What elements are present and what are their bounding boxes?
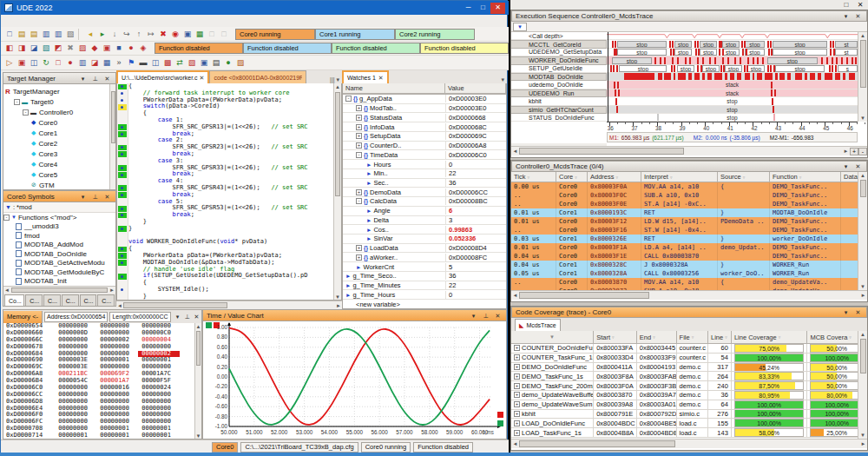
code-line[interactable]: }	[117, 226, 341, 233]
trace-row[interactable]: ..Core00x80003F16ST.W [a14] -0x4..DEMO_T…	[511, 226, 867, 235]
breakpoint-toggle-icon[interactable]: ◨	[16, 43, 28, 54]
record-icon[interactable]: ●	[125, 43, 137, 54]
watch-row[interactable]: -{}g_AppData0xD00003E0	[343, 95, 506, 104]
gutter-marker[interactable]	[117, 83, 128, 90]
symbol-item[interactable]: MODTAB_GetActiveModu	[3, 259, 115, 268]
editor-vscrollbar[interactable]: ▲ ▼	[333, 83, 341, 301]
tree-item-core5[interactable]: ◆Core5	[5, 169, 115, 180]
coverage-row[interactable]: +COUNTER_DoOnIdleFunc0x800033FA0x8000344…	[511, 344, 867, 354]
disabled-tool-2-icon[interactable]: □	[218, 29, 230, 40]
screens-window-icon[interactable]: ▣	[198, 57, 210, 69]
coverage-row[interactable]: +DEMO_TaskFunc_1s0x80003F8A0x80003FABdem…	[511, 372, 867, 381]
code-line[interactable]: if(SETUP_GetUseIdle(UDEDEMO_GetSetupData…	[117, 273, 341, 280]
gutter-marker[interactable]	[117, 219, 128, 226]
tree-item-targetmanager[interactable]: RTargetManager	[5, 86, 115, 96]
close-icon[interactable]: ✕	[493, 311, 503, 321]
filter-window-icon[interactable]: ▧	[186, 57, 198, 69]
pin-icon[interactable]: ⊥	[90, 192, 100, 202]
code-line[interactable]: }	[117, 294, 341, 301]
exec-row-label[interactable]: kbhit	[511, 97, 607, 105]
code-line[interactable]: break;	[117, 212, 341, 219]
code-line[interactable]: }	[117, 219, 341, 226]
gutter-marker[interactable]	[117, 158, 128, 165]
memory-tab[interactable]: Memory <-	[3, 311, 43, 323]
coverage-row[interactable]: +LOAD_DoOnIdleFunc0x80004BDC0x80004BE5lo…	[511, 419, 867, 428]
gutter-marker[interactable]	[117, 199, 128, 206]
zoom-in-icon[interactable]: +	[850, 148, 858, 155]
gutter-marker[interactable]	[117, 226, 128, 233]
globe-window-icon[interactable]: ●	[222, 57, 234, 69]
save-all-icon[interactable]: ▥	[52, 29, 64, 40]
coverage-vscrollbar[interactable]: ▲ ▼	[858, 331, 867, 439]
analyze-icon[interactable]: ◈	[137, 43, 149, 54]
exec-row-lane[interactable]: stopstopstopstopstopstopst	[607, 40, 858, 48]
gutter-marker[interactable]	[117, 151, 128, 158]
overflow-chevron-icon[interactable]: »	[113, 57, 125, 69]
filter-icon[interactable]: ▼	[5, 204, 11, 210]
gutter-marker[interactable]	[117, 171, 128, 178]
expander-icon[interactable]: +	[514, 364, 520, 370]
exec-row-lane[interactable]: stack	[607, 89, 858, 97]
expander-icon[interactable]: +	[514, 373, 520, 380]
expander-icon[interactable]: +	[514, 420, 520, 426]
watches-tab[interactable]: Watches 1 ✕	[342, 70, 389, 83]
dropdown-icon[interactable]: ▾	[78, 192, 88, 202]
watch-row[interactable]: ►SinVar0.052336	[343, 235, 506, 244]
exec-row-label[interactable]: UDEDEMO_Run	[511, 89, 607, 97]
disabled-tool-1-icon[interactable]: □	[206, 29, 218, 40]
gutter-marker[interactable]	[117, 233, 128, 240]
close-icon[interactable]: ✕	[854, 1, 866, 9]
exec-row-lane[interactable]: stopstopstopstopstopstopst	[607, 49, 858, 56]
gutter-marker[interactable]	[117, 192, 128, 199]
editor-tab-code[interactable]: code <0x80001DA0-0x8000219F>	[209, 70, 306, 83]
watches-col-name[interactable]: Name	[343, 83, 445, 94]
exec-row-label[interactable]: <Call depth>	[511, 32, 607, 40]
target-manager-header[interactable]: Target Manager ▾ ⊥ ✕	[3, 72, 116, 84]
dropdown-icon[interactable]: ▾	[841, 307, 851, 317]
expander-icon[interactable]: +	[356, 142, 362, 149]
close-icon[interactable]: ✕	[853, 11, 863, 21]
watch-row[interactable]: +{}InfoData0xD000068C	[343, 122, 506, 132]
exec-row-lane[interactable]: stopstop	[607, 56, 858, 64]
gutter-marker[interactable]	[117, 239, 128, 246]
expander-icon[interactable]: +	[356, 245, 362, 251]
trace-row[interactable]: 0.04 usCore00x80003F1ECALL 0x80003870DEM…	[511, 252, 867, 261]
dropdown-icon[interactable]: ▾	[78, 74, 88, 83]
filter-icon[interactable]: ▼	[513, 23, 527, 31]
export-icon[interactable]: ▧	[64, 29, 76, 40]
symbol-item[interactable]: __umoddi3	[3, 222, 115, 232]
trace-row[interactable]: 0.04 usCore10x8000328CJ 0x8000328A}WORKE…	[511, 261, 867, 269]
watch-row[interactable]: ►g_Time_Minutes22	[343, 281, 506, 291]
watch-row[interactable]: <new variable>	[343, 300, 506, 309]
expander-icon[interactable]: +	[356, 189, 362, 195]
watches-col-value[interactable]: Value	[445, 83, 506, 94]
watch-row[interactable]: +{}DemoData0xD00006CC	[343, 188, 506, 197]
watch-row[interactable]: +{}StatusData0xD0000668	[343, 113, 506, 122]
expander-icon[interactable]: +	[514, 392, 520, 398]
tab-close-icon[interactable]: ✕	[200, 75, 205, 82]
pin-icon[interactable]: ⊥	[481, 311, 490, 321]
symbol-item[interactable]: MODTAB_GetModuleByC	[3, 268, 115, 277]
gutter-marker[interactable]	[117, 273, 128, 280]
tools-extra-icon[interactable]: ▨	[234, 57, 247, 69]
swap-view-icon[interactable]: ⇄	[174, 57, 186, 69]
expander-icon[interactable]: +	[356, 115, 362, 121]
exec-row-lane[interactable]: stack	[607, 81, 858, 89]
coverage-col-line-coverage[interactable]: Line Coverage ▿	[732, 331, 808, 344]
watches-menu-icon[interactable]: ▾	[501, 76, 507, 83]
window-terminal-icon[interactable]: ◪	[89, 57, 101, 69]
dropdown-icon[interactable]: ▾	[469, 311, 478, 321]
trace-row[interactable]: ..Core00x80003F0EST.A [a14] -0xC..DEMO_T…	[511, 200, 867, 208]
tree-item-core0[interactable]: ◆Core0	[5, 117, 115, 128]
close-icon[interactable]: ✕	[102, 192, 112, 202]
symbol-item[interactable]: fmod	[3, 231, 115, 241]
watch-row[interactable]: +{}ModTab..0xD00003E0	[343, 104, 506, 114]
trace-col-source[interactable]: Source ▿	[718, 172, 770, 182]
code-line[interactable]: void WORKER_DoOnIdleFunc(void* pvData)	[117, 239, 341, 246]
run-to-cursor-icon[interactable]: ↦	[145, 29, 157, 40]
exec-panel-header[interactable]: Execution Sequence Controller0_McdsTrace…	[511, 10, 867, 22]
gutter-marker[interactable]	[117, 178, 128, 185]
chart-header[interactable]: Time / Value Chart ▾ ⊥ ✕	[202, 309, 507, 321]
step-out-icon[interactable]: ↑	[133, 29, 145, 40]
open-file-icon[interactable]: ▤	[16, 29, 28, 40]
